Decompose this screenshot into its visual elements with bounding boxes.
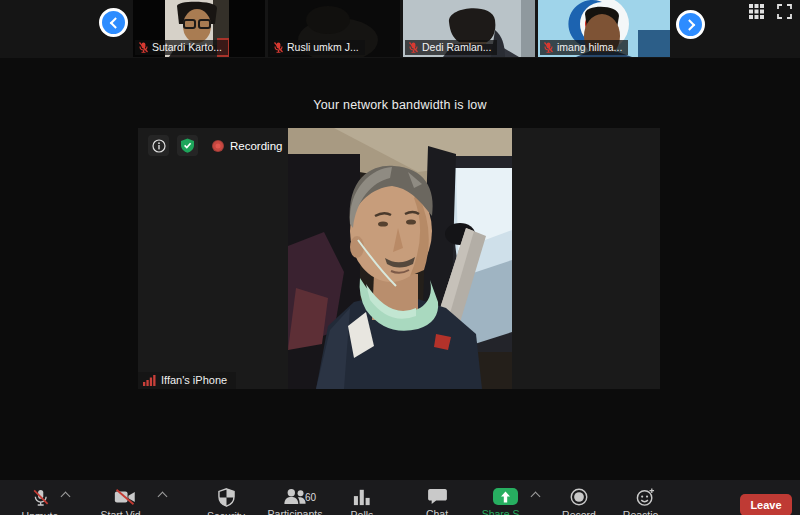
chat-icon [428, 488, 447, 505]
participant-name-tag: Dedi Ramlan... [405, 40, 497, 55]
share-screen-button[interactable]: Share S... [470, 488, 540, 515]
filmstrip-next-button[interactable] [676, 10, 705, 39]
video-muted-icon [114, 488, 136, 506]
tile-status-overlay: Recording [148, 135, 282, 156]
chat-label: Chat [426, 508, 448, 515]
reactions-button[interactable]: Reactio... [610, 488, 680, 515]
participant-thumbnail-rusli[interactable]: Rusli umkm J... [268, 0, 400, 57]
start-video-label: Start Vid... [101, 509, 150, 515]
view-controls [749, 4, 792, 20]
participants-label: Participants [268, 508, 323, 515]
recording-label: Recording [230, 140, 282, 152]
participant-name-tag: Sutardi Karto... [135, 40, 228, 55]
polls-label: Polls [351, 509, 374, 515]
start-video-button[interactable]: Start Vid... [90, 488, 160, 515]
active-speaker-tile[interactable]: Recording Iffan's iPhone [138, 128, 660, 389]
filmstrip-prev-button[interactable] [99, 8, 128, 37]
reactions-smiley-icon [636, 488, 655, 506]
participant-name: Rusli umkm J... [287, 41, 359, 53]
record-button[interactable]: Record [544, 488, 614, 515]
stage: Your network bandwidth is low [0, 58, 800, 480]
share-screen-icon [493, 488, 518, 505]
muted-mic-icon [139, 42, 148, 53]
security-label: Security [207, 510, 245, 515]
info-icon [152, 139, 166, 153]
participant-thumbnail-sutardi[interactable]: Sutardi Karto... [133, 0, 265, 57]
share-screen-label: Share S... [482, 508, 529, 515]
recording-dot-icon [212, 140, 224, 152]
reactions-label: Reactio... [623, 509, 667, 515]
security-shield-icon [218, 488, 235, 507]
muted-mic-icon [274, 42, 283, 53]
muted-mic-icon [544, 42, 553, 53]
participant-name-tag: imang hilma... [540, 40, 628, 55]
gallery-view-button[interactable] [749, 4, 764, 20]
chevron-left-icon [109, 17, 120, 28]
active-speaker-name: Iffan's iPhone [161, 374, 227, 386]
grid-icon [749, 4, 764, 19]
signal-strength-icon [143, 375, 156, 386]
meeting-toolbar: Unmute Start Vid... Security [0, 480, 800, 515]
participant-thumbnail-imang[interactable]: imang hilma... [538, 0, 670, 57]
network-warning-banner: Your network bandwidth is low [0, 98, 800, 112]
polls-icon [353, 488, 371, 506]
participants-count: 60 [305, 492, 316, 503]
leave-button[interactable]: Leave [740, 494, 792, 515]
encryption-shield-button[interactable] [177, 135, 198, 156]
main-video-feed [288, 128, 512, 389]
participants-icon [283, 488, 307, 505]
participant-name: imang hilma... [557, 41, 622, 53]
shield-check-icon [180, 138, 195, 153]
fullscreen-icon [777, 4, 792, 19]
filmstrip: Sutardi Karto... Rusli umkm J... [0, 0, 800, 58]
unmute-label: Unmute [22, 510, 59, 515]
fullscreen-button[interactable] [777, 4, 792, 20]
chat-button[interactable]: Chat [402, 488, 472, 515]
zoom-meeting-window: Sutardi Karto... Rusli umkm J... [0, 0, 800, 515]
participant-name: Sutardi Karto... [152, 41, 222, 53]
record-label: Record [562, 509, 596, 515]
meeting-info-button[interactable] [148, 135, 169, 156]
polls-button[interactable]: Polls [327, 488, 397, 515]
record-icon [570, 488, 588, 506]
participant-thumbnail-dedi[interactable]: Dedi Ramlan... [403, 0, 535, 57]
recording-indicator: Recording [212, 140, 282, 152]
active-speaker-name-tag: Iffan's iPhone [138, 372, 236, 389]
participants-button[interactable]: 60 Participants [260, 488, 330, 515]
security-button[interactable]: Security [191, 488, 261, 515]
muted-mic-icon [409, 42, 418, 53]
mic-muted-icon [31, 488, 50, 507]
chevron-right-icon [683, 19, 694, 30]
participant-name: Dedi Ramlan... [422, 41, 491, 53]
participant-name-tag: Rusli umkm J... [270, 40, 365, 55]
